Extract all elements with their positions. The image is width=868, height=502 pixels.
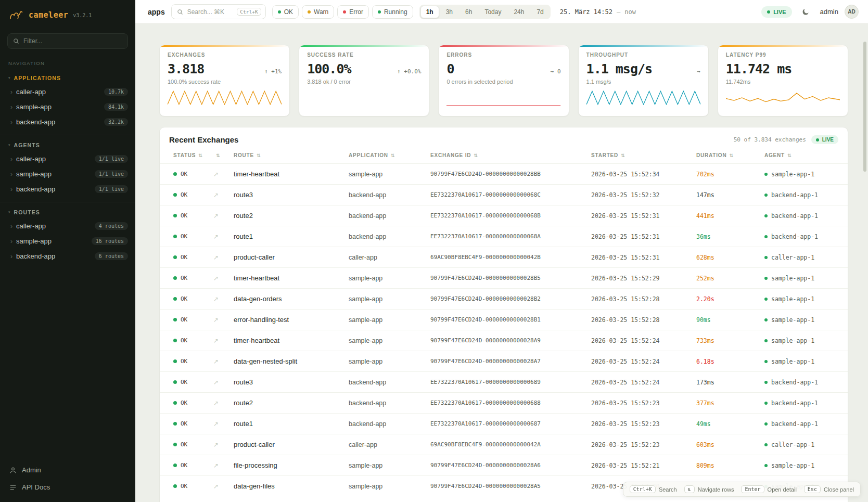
exchange-id: 90799F47E6CD24D-00000000000028A5 (430, 483, 591, 490)
metric-card[interactable]: SUCCESS RATE 100.0% ↑ +0.0% 3.818 ok / 0… (299, 45, 429, 117)
search-input[interactable] (187, 8, 233, 16)
table-row[interactable]: OK ↗ error-handling-test sample-app 9079… (160, 309, 848, 330)
table-row[interactable]: OK ↗ route2 backend-app EE7322370A10617-… (160, 205, 848, 226)
table-row[interactable]: OK ↗ data-gen-orders sample-app 90799F47… (160, 288, 848, 309)
sort-icon[interactable]: ⇅ (787, 153, 792, 158)
started-timestamp: 2026-03-25 15:52:31 (591, 254, 696, 261)
time-range-display[interactable]: 25. März 14:52 — now (557, 8, 636, 16)
sort-icon[interactable]: ⇅ (621, 153, 625, 158)
exchange-id: 90799F47E6CD24D-00000000000028B2 (430, 295, 591, 302)
table-row[interactable]: OK ↗ file-processing sample-app 90799F47… (160, 455, 848, 475)
sidebar-section-header[interactable]: ▾ AGENTS (0, 137, 135, 151)
status-filter-chip[interactable]: Error (337, 5, 369, 19)
table-row[interactable]: OK ↗ timer-heartbeat sample-app 90799F47… (160, 163, 848, 184)
metric-card[interactable]: ERRORS 0 → 0 0 errors in selected period (438, 45, 569, 117)
sidebar-item[interactable]: › backend-app 1/1 live (0, 182, 135, 197)
scrollbar-thumb[interactable] (863, 42, 866, 172)
theme-toggle[interactable] (798, 4, 814, 20)
time-range-button[interactable]: 3h (440, 6, 458, 18)
sort-icon[interactable]: ⇅ (391, 153, 395, 158)
application-name: backend-app (349, 420, 430, 428)
status-dot (173, 484, 177, 488)
sidebar-item[interactable]: › sample-app 84.1k (0, 99, 135, 114)
sort-icon[interactable]: ⇅ (257, 153, 261, 158)
column-header[interactable]: DURATION ⇅ (696, 152, 764, 158)
sidebar-item[interactable]: › sample-app 1/1 live (0, 166, 135, 182)
sort-icon[interactable]: ⇅ (729, 153, 733, 158)
column-header[interactable]: ROUTE ⇅ (234, 152, 349, 158)
duration-value: 2.20s (696, 295, 764, 303)
metric-value: 100.0% (307, 61, 351, 76)
agent-status-dot (764, 381, 768, 384)
agent-status-dot (764, 402, 768, 405)
column-header[interactable]: AGENT ⇅ (764, 152, 848, 158)
sort-icon[interactable]: ⇅ (216, 153, 220, 158)
metric-card[interactable]: THROUGHPUT 1.1 msg/s → 1.1 msg/s (578, 45, 709, 117)
status-label: OK (181, 233, 187, 240)
sidebar-filter[interactable] (7, 33, 128, 49)
column-header[interactable]: STARTED ⇅ (591, 152, 696, 158)
exchange-id: 69AC90BF8EBC4F9-000000000000042B (430, 254, 591, 261)
status-label: OK (181, 254, 187, 261)
agent-status-dot (764, 422, 768, 426)
live-indicator[interactable]: LIVE (761, 6, 792, 18)
table-row[interactable]: OK ↗ product-caller caller-app 69AC90BF8… (160, 247, 848, 267)
exchange-id: 90799F47E6CD24D-00000000000028A9 (430, 337, 591, 344)
table-row[interactable]: OK ↗ data-gen-nested-split sample-app 90… (160, 351, 848, 371)
time-range-button[interactable]: 1h (420, 6, 439, 18)
metric-title: EXCHANGES (168, 52, 282, 58)
sidebar-item[interactable]: › backend-app 6 routes (0, 249, 135, 264)
column-header[interactable]: APPLICATION ⇅ (349, 152, 430, 158)
app-logo[interactable]: cameleer v3.2.1 (0, 0, 135, 28)
time-range-button[interactable]: 6h (459, 6, 478, 18)
time-range-button[interactable]: 24h (508, 6, 530, 18)
sidebar-item[interactable]: › caller-app 1/1 live (0, 151, 135, 166)
arrow-up-right-icon: ↗ (213, 316, 234, 324)
table-row[interactable]: OK ↗ route1 backend-app EE7322370A10617-… (160, 226, 848, 247)
avatar[interactable]: AD (845, 5, 859, 19)
search-icon (13, 38, 19, 44)
table-row[interactable]: OK ↗ route1 backend-app EE7322370A10617-… (160, 413, 848, 434)
filter-input[interactable] (23, 37, 122, 45)
column-header[interactable]: STATUS ⇅ (173, 152, 213, 158)
sidebar-item[interactable]: › caller-app 10.7k (0, 84, 135, 99)
sort-icon[interactable]: ⇅ (198, 153, 202, 158)
table-row[interactable]: OK ↗ route3 backend-app EE7322370A10617-… (160, 371, 848, 392)
scrollbar[interactable] (863, 29, 866, 497)
sidebar-section-header[interactable]: ▾ ROUTES (0, 204, 135, 218)
column-header[interactable]: ⇅ (213, 153, 234, 158)
sidebar-footer-item[interactable]: API Docs (0, 479, 135, 496)
sidebar-footer-item[interactable]: Admin (0, 461, 135, 479)
sidebar-section: ▾ ROUTES › caller-app 4 routes › sample-… (0, 202, 135, 267)
status-dot (173, 380, 177, 384)
table-row[interactable]: OK ↗ route3 backend-app EE7322370A10617-… (160, 184, 848, 205)
metric-card[interactable]: EXCHANGES 3.818 ↑ +1% 100.0% success rat… (159, 45, 290, 117)
sidebar-item[interactable]: › sample-app 16 routes (0, 234, 135, 249)
sidebar-section-header[interactable]: ▾ APPLICATIONS (0, 70, 135, 84)
table-row[interactable]: OK ↗ product-caller caller-app 69AC90BF8… (160, 434, 848, 455)
global-search[interactable]: Ctrl+K (171, 4, 266, 19)
time-range-button[interactable]: Today (479, 6, 507, 18)
status-filter-chip[interactable]: Warn (302, 5, 334, 19)
card-accent-bar (718, 45, 848, 47)
started-timestamp: 2026-03-25 15:52:28 (591, 316, 696, 324)
started-timestamp: 2026-03-25 15:52:31 (591, 212, 696, 220)
application-name: sample-app (349, 316, 430, 324)
sort-icon[interactable]: ⇅ (474, 153, 478, 158)
time-range-button[interactable]: 7d (531, 6, 549, 18)
sidebar-item[interactable]: › caller-app 4 routes (0, 218, 135, 234)
metric-card[interactable]: LATENCY P99 11.742 ms 11.742ms (718, 45, 848, 117)
status-dot (173, 214, 177, 217)
started-timestamp: 2026-03-25 15:52:32 (591, 191, 696, 199)
sidebar-item[interactable]: › backend-app 32.2k (0, 114, 135, 130)
status-filter-chip[interactable]: OK (272, 5, 299, 19)
sidebar-item-badge: 4 routes (95, 222, 128, 230)
status-filter-chip[interactable]: Running (372, 5, 413, 19)
table-row[interactable]: OK ↗ timer-heartbeat sample-app 90799F47… (160, 330, 848, 351)
column-header[interactable]: EXCHANGE ID ⇅ (430, 152, 591, 158)
table-row[interactable]: OK ↗ route2 backend-app EE7322370A10617-… (160, 392, 848, 413)
keyboard-hint: Ctrl+K Search (630, 485, 677, 493)
table-row[interactable]: OK ↗ timer-heartbeat sample-app 90799F47… (160, 267, 848, 288)
table-live-indicator[interactable]: LIVE (811, 135, 838, 144)
exchange-id: EE7322370A10617-0000000000000687 (430, 420, 591, 427)
